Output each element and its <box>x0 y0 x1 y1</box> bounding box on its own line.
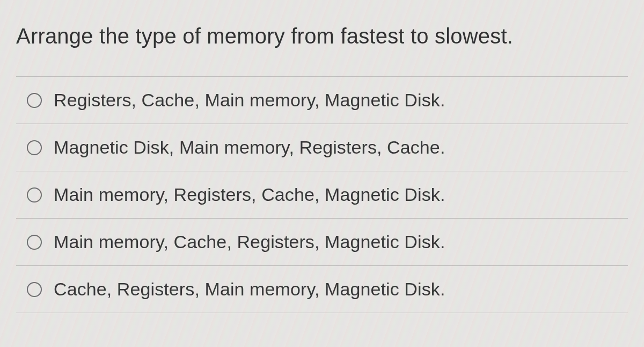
radio-icon <box>27 282 42 297</box>
radio-icon <box>27 235 42 250</box>
option-label: Magnetic Disk, Main memory, Registers, C… <box>54 137 445 158</box>
radio-icon <box>27 187 42 203</box>
question-text: Arrange the type of memory from fastest … <box>16 21 628 76</box>
option-label: Main memory, Registers, Cache, Magnetic … <box>54 184 445 205</box>
radio-icon <box>27 93 42 108</box>
option-3[interactable]: Main memory, Registers, Cache, Magnetic … <box>16 171 628 219</box>
option-4[interactable]: Main memory, Cache, Registers, Magnetic … <box>16 219 628 266</box>
option-5[interactable]: Cache, Registers, Main memory, Magnetic … <box>16 266 628 313</box>
option-label: Cache, Registers, Main memory, Magnetic … <box>54 279 445 300</box>
option-label: Registers, Cache, Main memory, Magnetic … <box>54 90 445 111</box>
option-label: Main memory, Cache, Registers, Magnetic … <box>54 232 445 252</box>
radio-icon <box>27 140 42 155</box>
option-2[interactable]: Magnetic Disk, Main memory, Registers, C… <box>16 124 628 171</box>
option-1[interactable]: Registers, Cache, Main memory, Magnetic … <box>16 77 628 124</box>
options-list: Registers, Cache, Main memory, Magnetic … <box>16 76 628 313</box>
